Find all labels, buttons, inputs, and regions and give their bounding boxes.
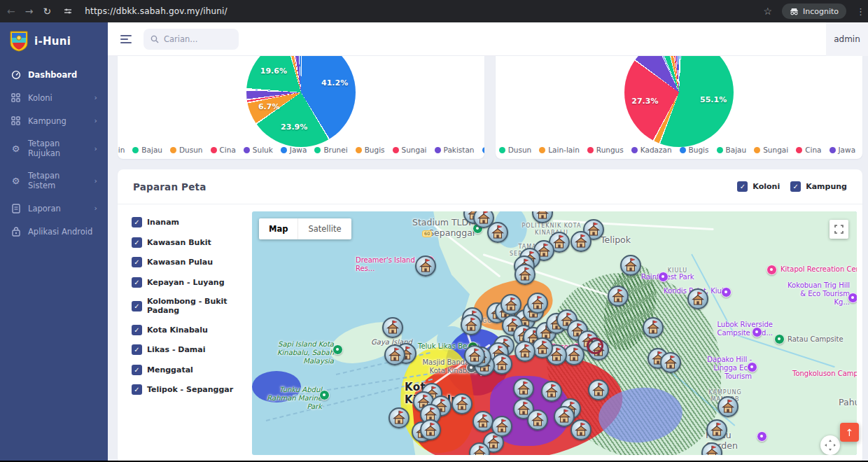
map-marker-hut[interactable] [420, 419, 441, 440]
legend-item[interactable]: Lain-lain [539, 146, 580, 154]
map-marker-hut[interactable] [513, 378, 534, 399]
map-marker-hut[interactable] [570, 419, 592, 440]
legend-item[interactable]: Kadazan [631, 146, 672, 154]
map-marker-hut[interactable] [415, 255, 436, 276]
legend-item[interactable]: Brunei [314, 146, 347, 154]
map-marker-hut[interactable] [487, 222, 508, 243]
site-info-icon[interactable] [61, 4, 75, 18]
legend-item[interactable]: Rungus [587, 146, 624, 154]
map-marker-hut[interactable] [514, 341, 536, 362]
legend-item[interactable]: Jawa [281, 146, 307, 154]
legend-item[interactable]: Bajau [717, 146, 747, 154]
map-type-map-button[interactable]: Map [259, 218, 298, 239]
map-marker-hut[interactable] [718, 396, 738, 417]
sidebar-item-tetapan-rujukan[interactable]: ⚙Tetapan Rujukan› [0, 132, 108, 164]
legend-item[interactable]: Sungai [754, 146, 788, 154]
checkbox-checked-icon[interactable]: ✓ [132, 277, 142, 288]
pan-control[interactable] [820, 435, 840, 455]
checkbox-checked-icon[interactable]: ✓ [132, 217, 142, 227]
poi-purple-icon[interactable] [747, 362, 757, 372]
checkbox-checked-icon[interactable]: ✓ [132, 237, 142, 248]
legend-item[interactable]: Jawa [830, 146, 856, 154]
poi-purple-icon[interactable] [848, 293, 857, 303]
poi-purple-icon[interactable] [757, 431, 767, 442]
area-filter-kepayan-luyang[interactable]: ✓Kepayan - Luyang [132, 277, 244, 288]
poi-green-icon[interactable] [332, 344, 343, 355]
map-marker-hut[interactable] [451, 393, 472, 414]
checkbox-checked-icon[interactable]: ✓ [132, 257, 142, 267]
poi-green-icon[interactable] [319, 390, 330, 400]
back-icon[interactable]: ← [7, 6, 15, 17]
checkbox-checked-icon[interactable]: ✓ [132, 384, 142, 395]
map-marker-hut[interactable] [706, 419, 727, 440]
map-marker-hut[interactable] [514, 264, 536, 285]
legend-item[interactable]: Suluk [244, 146, 273, 154]
checkbox-checked-icon[interactable]: ✓ [132, 325, 142, 335]
browser-menu-icon[interactable]: ⋮ [856, 6, 865, 17]
legend-item[interactable]: Cina [211, 146, 236, 154]
layer-toggle-kampung[interactable]: ✓Kampung [790, 181, 847, 192]
checkbox-checked-icon[interactable]: ✓ [132, 344, 142, 355]
legend-item[interactable]: Lain-lain [118, 146, 125, 154]
sidebar-item-kampung[interactable]: Kampung› [0, 109, 108, 132]
map-marker-hut[interactable] [527, 410, 548, 430]
map-marker-hut[interactable] [461, 314, 482, 335]
legend-item[interactable]: Cina [796, 146, 821, 154]
map-marker-hut[interactable] [570, 231, 592, 252]
scroll-to-top-button[interactable]: ↑ [840, 423, 859, 442]
search-input[interactable]: Carian... [144, 29, 239, 50]
pie-chart-koloni[interactable]: 41.2%23.9%6.7%19.6% [246, 56, 356, 147]
bookmark-star-icon[interactable]: ☆ [763, 6, 772, 17]
legend-item[interactable]: Pakistan [435, 146, 475, 154]
checkbox-checked-icon[interactable]: ✓ [790, 181, 801, 192]
area-filter-likas-damai[interactable]: ✓Likas - Damai [132, 344, 244, 355]
menu-toggle-icon[interactable] [120, 35, 132, 43]
map-marker-hut[interactable] [554, 406, 575, 427]
legend-item[interactable]: Melayu [482, 146, 484, 154]
map-marker-hut[interactable] [384, 344, 405, 365]
map-marker-hut[interactable] [588, 379, 609, 400]
legend-item[interactable]: Dusun [499, 146, 532, 154]
google-map[interactable]: Stadium TLDM SepanggarPOLITEKNIK KOTA KI… [252, 211, 857, 455]
address-bar[interactable]: https://dbkk.sabah.gov.my/ihuni/ [85, 6, 227, 16]
legend-item[interactable]: Bugis [680, 146, 709, 154]
map-marker-hut[interactable] [608, 286, 629, 307]
map-marker-hut[interactable] [620, 255, 641, 276]
checkbox-checked-icon[interactable]: ✓ [132, 301, 142, 312]
sidebar-item-dashboard[interactable]: Dashboard [0, 63, 108, 86]
layer-toggle-koloni[interactable]: ✓Koloni [737, 181, 780, 192]
map-marker-hut[interactable] [382, 317, 403, 338]
reload-icon[interactable]: ↻ [43, 6, 51, 17]
map-marker-hut[interactable] [491, 416, 512, 437]
area-filter-kawasan-bukit[interactable]: ✓Kawasan Bukit [132, 237, 244, 248]
sidebar-item-tetapan-sistem[interactable]: ⚙Tetapan Sistem› [0, 164, 108, 197]
map-marker-hut[interactable] [464, 345, 485, 366]
map-type-satellite-button[interactable]: Satellite [298, 218, 351, 239]
legend-item[interactable]: Bajau [132, 146, 162, 154]
poi-purple-icon[interactable] [658, 272, 668, 282]
area-filter-inanam[interactable]: ✓Inanam [132, 217, 244, 227]
area-filter-kota-kinabalu[interactable]: ✓Kota Kinabalu [132, 325, 244, 335]
legend-item[interactable]: Dusun [170, 146, 203, 154]
legend-item[interactable]: Sungai [393, 146, 427, 154]
checkbox-checked-icon[interactable]: ✓ [132, 365, 142, 375]
fullscreen-button[interactable] [830, 220, 848, 239]
sidebar-item-aplikasi-android[interactable]: Aplikasi Android [0, 220, 108, 243]
pie-chart-kampung[interactable]: 55.1%27.3% [624, 56, 734, 147]
area-filter-telipok-sepanggar[interactable]: ✓Telipok - Sepanggar [132, 384, 244, 395]
area-filter-menggatal[interactable]: ✓Menggatal [132, 365, 244, 375]
map-marker-hut[interactable] [388, 407, 410, 428]
poi-green-icon[interactable] [774, 334, 785, 344]
map-marker-hut[interactable] [660, 352, 681, 373]
map-marker-hut[interactable] [687, 288, 708, 309]
poi-pink-icon[interactable] [766, 265, 777, 275]
sidebar-item-laporan[interactable]: Laporan› [0, 197, 108, 220]
map-marker-hut[interactable] [541, 381, 562, 402]
app-logo[interactable]: i-Huni [0, 22, 108, 63]
area-filter-kolombong-bukit-padang[interactable]: ✓Kolombong - Bukit Padang [132, 297, 244, 315]
map-marker-hut[interactable] [472, 411, 493, 432]
poi-purple-icon[interactable] [752, 327, 762, 337]
legend-item[interactable]: Bugis [356, 146, 385, 154]
highlight-ring-marker[interactable] [587, 337, 603, 354]
user-menu[interactable]: admin [826, 22, 868, 56]
